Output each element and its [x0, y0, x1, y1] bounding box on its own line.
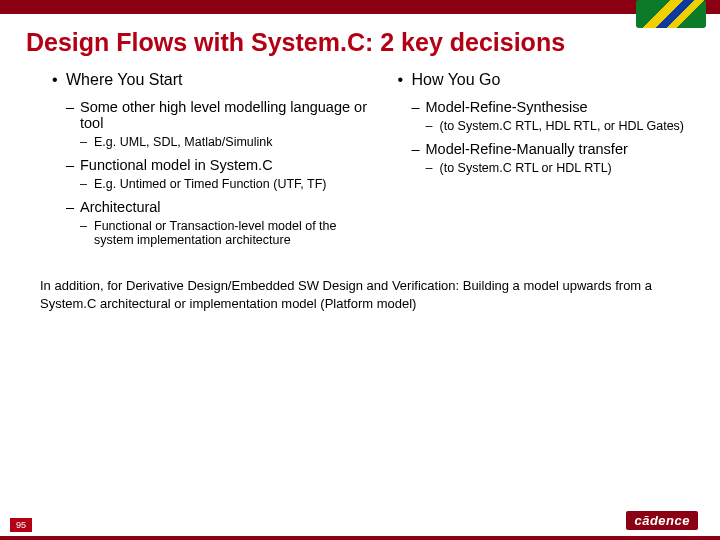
- text: How You Go: [412, 71, 501, 88]
- text: Functional model in System.C: [80, 157, 273, 173]
- text: (to System.C RTL, HDL RTL, or HDL Gates): [440, 119, 685, 133]
- right-subitem: (to System.C RTL or HDL RTL): [398, 161, 693, 175]
- right-item: Model-Refine-Manually transfer: [398, 141, 693, 157]
- text: E.g. UML, SDL, Matlab/Simulink: [94, 135, 273, 149]
- right-item: Model-Refine-Synthesise: [398, 99, 693, 115]
- text: Architectural: [80, 199, 161, 215]
- text: (to System.C RTL or HDL RTL): [440, 161, 612, 175]
- left-item: Some other high level modelling language…: [52, 99, 378, 131]
- right-heading: How You Go: [398, 71, 693, 89]
- cadence-logo: cādence: [626, 511, 698, 530]
- flag-decor: [636, 0, 706, 28]
- slide-title: Design Flows with System.C: 2 key decisi…: [0, 14, 720, 63]
- left-subitem: E.g. UML, SDL, Matlab/Simulink: [52, 135, 378, 149]
- page-number: 95: [10, 518, 32, 532]
- right-subitem: (to System.C RTL, HDL RTL, or HDL Gates): [398, 119, 693, 133]
- text: Model-Refine-Manually transfer: [426, 141, 628, 157]
- content-columns: Where You Start Some other high level mo…: [0, 63, 720, 255]
- footer-bar: [0, 536, 720, 540]
- top-bar: [0, 0, 720, 14]
- text: Functional or Transaction-level model of…: [94, 219, 337, 247]
- left-subitem: E.g. Untimed or Timed Function (UTF, TF): [52, 177, 378, 191]
- col-right: How You Go Model-Refine-Synthesise (to S…: [398, 71, 693, 255]
- text: E.g. Untimed or Timed Function (UTF, TF): [94, 177, 326, 191]
- text: Some other high level modelling language…: [80, 99, 367, 131]
- left-heading: Where You Start: [52, 71, 378, 89]
- left-item: Functional model in System.C: [52, 157, 378, 173]
- left-subitem: Functional or Transaction-level model of…: [52, 219, 378, 247]
- text: Where You Start: [66, 71, 183, 88]
- left-item: Architectural: [52, 199, 378, 215]
- col-left: Where You Start Some other high level mo…: [52, 71, 378, 255]
- addendum-text: In addition, for Derivative Design/Embed…: [0, 255, 720, 312]
- text: Model-Refine-Synthesise: [426, 99, 588, 115]
